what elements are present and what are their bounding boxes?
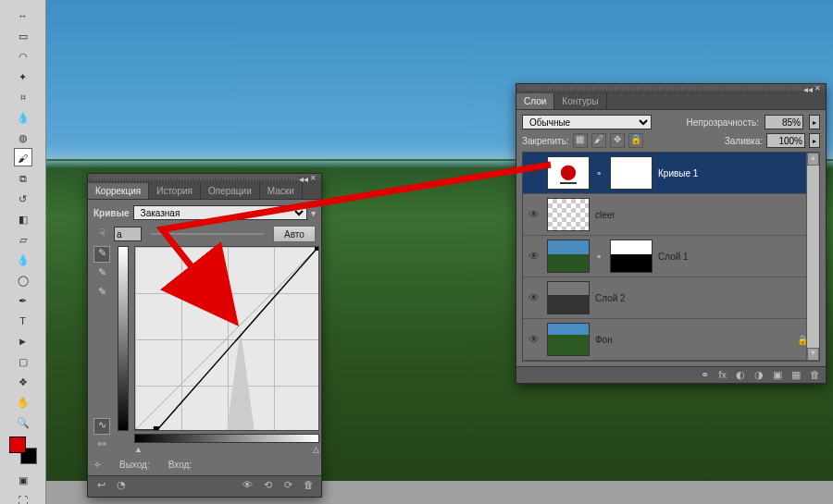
marquee-tool[interactable]: ▭ [14,26,32,44]
layer-thumb[interactable] [547,240,590,273]
channel-slider[interactable] [151,233,264,235]
crop-tool[interactable]: ⌗ [14,87,32,105]
fill-field[interactable] [766,133,805,148]
tab-контуры[interactable]: Контуры [554,93,606,109]
visibility-toggle[interactable]: 👁 [527,208,541,221]
layer-thumb[interactable] [547,198,590,231]
fill-flyout-icon[interactable]: ▸ [809,133,820,148]
preset-menu-icon[interactable]: ▾ [311,208,316,218]
gradient-tool[interactable]: ▱ [14,229,32,248]
link-mask-icon[interactable]: ⚬ [595,252,604,262]
layer-fx-icon[interactable]: fx [718,369,727,381]
close-icon[interactable]: ✕ [308,174,317,183]
sampler-set-white-icon[interactable]: ✎ [93,246,110,263]
type-tool[interactable]: T [14,311,32,329]
layer-row[interactable]: 👁cleer [523,194,819,236]
close-icon[interactable]: ✕ [813,84,822,93]
move-tool[interactable]: ↔ [14,6,32,24]
curves-graph[interactable] [134,246,319,431]
wand-tool[interactable]: ✦ [14,67,32,85]
sampler-set-black-icon[interactable]: ✎ [93,285,110,301]
blend-mode-select[interactable]: Обычные [522,115,652,129]
scrollbar[interactable]: ▲ ▼ [806,153,819,361]
svg-line-1 [135,247,318,430]
auto-button[interactable]: Авто [273,226,316,242]
return-icon[interactable]: ↩ [93,479,108,494]
layer-thumb[interactable] [547,281,590,314]
visibility-toggle[interactable]: 👁 [527,291,541,304]
panel-header[interactable]: ◂◂ ✕ [88,174,321,183]
previous-icon[interactable]: ⟲ [260,479,275,494]
group-icon[interactable]: ▣ [773,369,782,381]
reset-icon[interactable]: ⟳ [280,479,295,494]
layer-list: 👁⬤⚬Кривые 1👁cleer👁⚬Слой 1👁Слой 2👁Фон🔒 ▲ … [522,152,820,362]
new-layer-icon[interactable]: ▦ [791,369,801,381]
delete-layer-icon[interactable]: 🗑 [810,369,820,381]
visibility-toggle[interactable]: 👁 [527,166,541,179]
adjustment-layer-icon[interactable]: ◑ [754,369,764,381]
layer-row[interactable]: 👁Слой 2 [523,277,819,319]
foreground-swatch[interactable] [9,436,26,453]
link-layers-icon[interactable]: ⚭ [701,369,709,381]
lock-all-icon[interactable]: 🔒 [628,133,643,148]
layer-row[interactable]: 👁Фон🔒 [523,319,819,361]
visibility-toggle[interactable]: 👁 [527,250,541,263]
screenmode-toggle[interactable]: ⛶ [14,490,32,504]
visibility-toggle[interactable]: 👁 [527,333,541,346]
lock-position-icon[interactable]: ✥ [610,133,625,148]
lock-transparency-icon[interactable]: ▦ [573,133,588,148]
healing-tool[interactable]: ◍ [14,128,32,146]
eyedropper-tool[interactable]: 💧 [14,107,32,126]
sampler-set-gray-icon[interactable]: ✎ [93,265,110,282]
zoom-tool[interactable]: 🔍 [14,412,32,431]
scroll-down-icon[interactable]: ▼ [807,348,819,361]
onimage-tool-icon[interactable]: ☟ [93,226,110,242]
brush-tool[interactable]: 🖌 [14,148,32,166]
layer-name-label: cleer [595,210,615,220]
scroll-up-icon[interactable]: ▲ [807,153,819,166]
tab-слои[interactable]: Слои [516,93,554,109]
visibility-icon[interactable]: 👁 [240,479,255,494]
black-point-slider[interactable]: ▲ [134,445,143,454]
tab-история[interactable]: История [149,183,201,199]
path-select-tool[interactable]: ► [14,331,32,350]
layer-thumb[interactable]: ⬤ [547,156,590,190]
panel-collapse-icon[interactable]: ◂◂ [299,174,308,184]
shape-tool[interactable]: ▢ [14,351,32,370]
layer-row[interactable]: 👁⚬Слой 1 [523,236,819,277]
tab-маски[interactable]: Маски [260,183,303,199]
color-swatches[interactable] [9,436,37,464]
pen-tool[interactable]: ✒ [14,290,32,309]
tab-коррекция[interactable]: Коррекция [88,183,149,199]
3d-tool[interactable]: ❖ [14,372,32,390]
layer-row[interactable]: 👁⬤⚬Кривые 1 [523,153,819,194]
quickmask-toggle[interactable]: ▣ [14,470,32,488]
clip-icon[interactable]: ◔ [114,479,129,494]
tab-операции[interactable]: Операции [201,183,260,199]
opacity-flyout-icon[interactable]: ▸ [809,115,820,129]
history-brush-tool[interactable]: ↺ [14,189,32,207]
hand-tool[interactable]: ✋ [14,392,32,411]
panel-header[interactable]: ◂◂ ✕ [516,84,826,93]
link-mask-icon[interactable]: ⚬ [595,168,604,178]
white-point-slider[interactable]: △ [313,445,319,454]
curve-mode-icon[interactable]: ∿ [93,418,110,435]
toolbox: ↔▭◠✦⌗💧◍🖌⧉↺◧▱💧◯✒T►▢❖✋🔍 ▣ ⛶ [0,0,46,504]
eraser-tool[interactable]: ◧ [14,209,32,227]
lock-paint-icon[interactable]: 🖌 [591,133,606,148]
eyedropper-icon[interactable]: ✧ [93,460,101,470]
pencil-mode-icon[interactable]: ✏ [93,437,110,454]
opacity-field[interactable] [765,115,803,129]
channel-field[interactable] [114,227,142,241]
layer-thumb[interactable] [547,323,590,356]
stamp-tool[interactable]: ⧉ [14,168,32,187]
preset-select[interactable]: Заказная [133,205,307,220]
blur-tool[interactable]: 💧 [14,250,32,268]
panel-collapse-icon[interactable]: ◂◂ [803,84,813,94]
mask-thumb[interactable] [610,156,653,190]
lasso-tool[interactable]: ◠ [14,46,32,65]
layer-mask-icon[interactable]: ◐ [736,369,745,381]
dodge-tool[interactable]: ◯ [14,270,32,289]
delete-adjustment-icon[interactable]: 🗑 [301,479,316,494]
mask-thumb[interactable] [610,240,653,273]
